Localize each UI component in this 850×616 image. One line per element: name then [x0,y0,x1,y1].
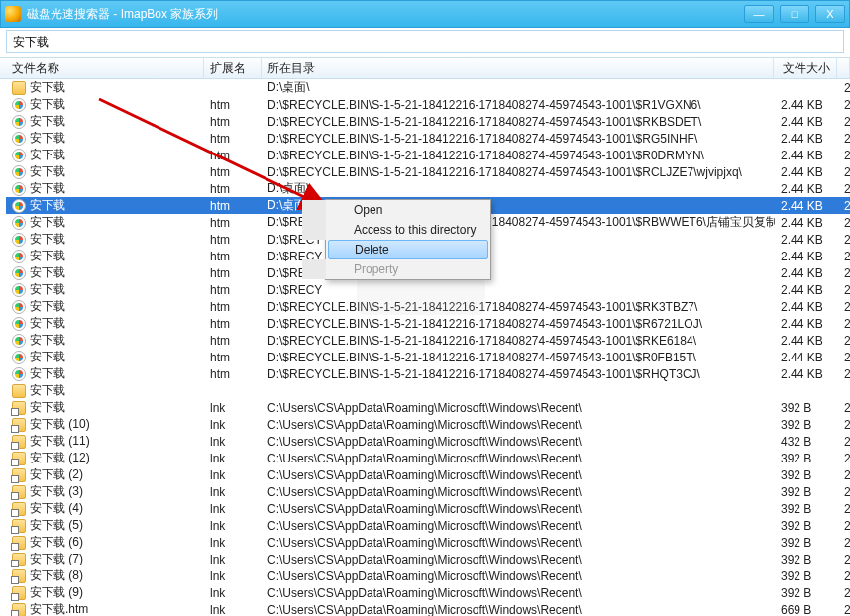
file-last: 2 [838,603,850,617]
context-access[interactable]: Access to this directory [302,220,490,240]
file-dir: C:\Users\CS\AppData\Roaming\Microsoft\Wi… [262,586,775,600]
table-row[interactable]: 安下载 (4)lnkC:\Users\CS\AppData\Roaming\Mi… [6,500,850,517]
context-delete[interactable]: Delete [328,240,488,259]
table-row[interactable]: 安下载 (7)lnkC:\Users\CS\AppData\Roaming\Mi… [6,551,850,567]
table-row[interactable]: 安下载htmD:\$RECY2.44 KB2 [6,281,850,298]
maximize-button[interactable]: □ [780,5,809,23]
file-last: 2 [838,502,850,516]
context-open[interactable]: Open [302,200,490,220]
file-name: 安下载 [30,163,65,180]
table-row[interactable]: 安下载htmD:\桌面\2.44 KB2 [6,180,850,197]
table-row[interactable]: 安下载 (12)lnkC:\Users\CS\AppData\Roaming\M… [6,450,850,466]
grid-body: 安下载D:\桌面\2安下载htmD:\$RECYCLE.BIN\S-1-5-21… [0,79,850,616]
table-row[interactable]: 安下载 [6,382,850,399]
file-name: 安下载 [30,298,65,315]
file-ext: htm [204,182,262,196]
file-ext: lnk [204,603,262,617]
table-row[interactable]: 安下载htmD:\$RECYCLE.BIN\S-1-5-21-18412216-… [6,163,850,180]
table-row[interactable]: 安下载 (2)lnkC:\Users\CS\AppData\Roaming\Mi… [6,466,850,483]
file-dir: D:\$RECYCLE.BIN\S-1-5-21-18412216-171840… [262,351,775,364]
file-dir: D:\$RECYCLE.BIN\S-1-5-21-18412216-171840… [262,300,775,314]
file-ext: lnk [204,586,262,600]
file-last: 2 [838,334,850,348]
folder-icon [12,384,26,398]
file-size: 392 B [775,401,838,415]
table-row[interactable]: 安下载 (8)lnkC:\Users\CS\AppData\Roaming\Mi… [6,567,850,584]
file-size: 2.44 KB [775,115,838,129]
table-row[interactable]: 安下载 (9)lnkC:\Users\CS\AppData\Roaming\Mi… [6,584,850,601]
file-name: 安下载 [30,96,65,113]
file-name: 安下载 (4) [30,500,83,517]
column-header-dir[interactable]: 所在目录 [262,58,774,78]
html-icon [12,283,26,297]
file-ext: htm [204,300,262,314]
file-dir: D:\桌面\ [262,79,775,96]
shortcut-icon [12,586,26,600]
file-last: 2 [838,266,850,280]
table-row[interactable]: 安下载 (10)lnkC:\Users\CS\AppData\Roaming\M… [6,416,850,433]
minimize-button[interactable]: — [744,5,774,23]
table-row[interactable]: 安下载D:\桌面\2 [6,79,850,96]
file-dir: D:\$RECYCLE.BIN\S-1-5-21-18412216-171840… [262,367,775,381]
file-size: 2.44 KB [775,317,838,331]
table-row[interactable]: 安下载 (3)lnkC:\Users\CS\AppData\Roaming\Mi… [6,483,850,500]
file-last: 2 [838,250,850,263]
table-row[interactable]: 安下载 (5)lnkC:\Users\CS\AppData\Roaming\Mi… [6,517,850,534]
column-header-size[interactable]: 文件大小 [774,58,837,78]
table-row[interactable]: 安下载htmD:\$RECYCLE.BIN\S-1-5-21-18412216-… [6,298,850,315]
file-size: 392 B [775,502,838,516]
table-row[interactable]: 安下载htmD:\$RECYCLE.BIN\S-1-5-21-18412216-… [6,96,850,113]
file-last: 2 [838,435,850,449]
context-property[interactable]: Property [302,259,490,279]
html-icon [12,367,26,381]
table-row[interactable]: 安下载 (11)lnkC:\Users\CS\AppData\Roaming\M… [6,433,850,450]
file-size: 2.44 KB [775,182,838,196]
table-row[interactable]: 安下载htmD:\$RECYCLE.BIN\S-1-5-21-18412216-… [6,349,850,365]
table-row[interactable]: 安下载htmD:\$RECYCLE.BIN\S-1-5-21-18412216-… [6,147,850,163]
file-dir: C:\Users\CS\AppData\Roaming\Microsoft\Wi… [262,401,775,415]
file-ext: htm [204,132,262,146]
table-row[interactable]: 安下载htmD:\$RECYCLE.BIN\S-1-5-21-18412216-… [6,365,850,382]
shortcut-icon [12,502,26,516]
table-row[interactable]: 安下载 (6)lnkC:\Users\CS\AppData\Roaming\Mi… [6,534,850,551]
file-ext: htm [204,115,262,129]
html-icon [12,266,26,280]
column-header-ext[interactable]: 扩展名 [204,58,262,78]
close-button[interactable]: X [815,5,845,23]
html-icon [12,317,26,331]
file-dir: C:\Users\CS\AppData\Roaming\Microsoft\Wi… [262,603,775,617]
file-last: 2 [838,182,850,196]
html-icon [12,115,26,129]
file-dir: C:\Users\CS\AppData\Roaming\Microsoft\Wi… [262,452,775,465]
shortcut-icon [12,468,26,482]
column-header-name[interactable]: 文件名称 [6,58,204,78]
table-row[interactable]: 安下载htmD:\$RECYCLE.BIN\S-1-5-21-18412216-… [6,332,850,349]
table-row[interactable]: 安下载htmD:\$RECYCLE.BIN\S-1-5-21-18412216-… [6,130,850,147]
table-row[interactable]: 安下载htmD:\$RECYCLE.BIN\S-1-5-21-18412216-… [6,315,850,332]
file-size: 2.44 KB [775,233,838,247]
file-dir: D:\$RECYCLE.BIN\S-1-5-21-18412216-171840… [262,115,775,129]
file-last: 2 [838,569,850,583]
shortcut-icon [12,418,26,432]
html-icon [12,300,26,314]
file-size: 392 B [775,519,838,533]
file-ext: htm [204,334,262,348]
file-ext: lnk [204,401,262,415]
file-name: 安下载 [30,180,65,197]
file-dir: D:\$RECYCLE.BIN\S-1-5-21-18412216-171840… [262,132,775,146]
shortcut-icon [12,401,26,415]
file-name: 安下载 [30,332,65,349]
file-name: 安下载 (2) [30,466,83,483]
file-name: 安下载 [30,79,65,96]
file-ext: htm [204,216,262,230]
column-header-last[interactable] [837,58,850,78]
file-name: 安下载.htm [30,601,88,616]
table-row[interactable]: 安下载htmD:\$RECYCLE.BIN\S-1-5-21-18412216-… [6,113,850,130]
file-ext: lnk [204,553,262,566]
search-input[interactable] [11,34,839,50]
file-last: 2 [838,367,850,381]
table-row[interactable]: 安下载.htmlnkC:\Users\CS\AppData\Roaming\Mi… [6,601,850,616]
file-dir: D:\$RECYCLE.BIN\S-1-5-21-18412216-171840… [262,165,775,179]
table-row[interactable]: 安下载lnkC:\Users\CS\AppData\Roaming\Micros… [6,399,850,416]
file-last: 2 [838,283,850,297]
